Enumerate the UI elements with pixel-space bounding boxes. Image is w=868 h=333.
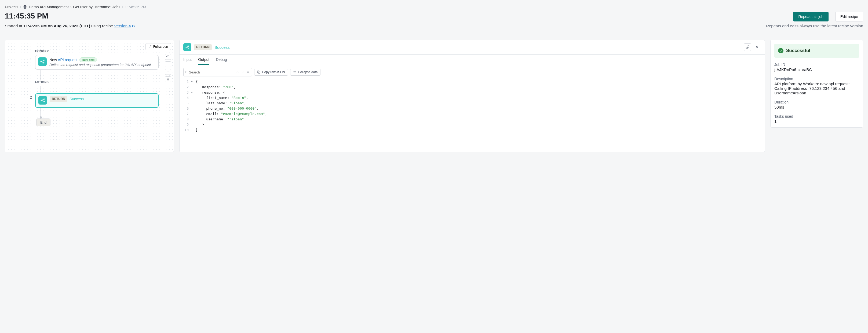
trigger-step-card[interactable]: New API request Real-time Define the req…: [35, 55, 159, 70]
chevron-right-icon: ›: [70, 5, 72, 9]
tab-debug[interactable]: Debug: [216, 55, 227, 65]
realtime-badge: Real-time: [80, 57, 97, 62]
breadcrumb: Projects › Demo API Management › Get use…: [5, 5, 863, 9]
actions-section-label: ACTIONS: [35, 80, 165, 84]
search-prev-button[interactable]: [236, 69, 240, 75]
api-icon: [38, 96, 47, 105]
divider: [832, 13, 832, 20]
description-label: Description: [774, 77, 859, 81]
breadcrumb-current: 11:45:35 PM: [125, 5, 146, 9]
svg-line-23: [187, 73, 188, 73]
step-number: 2: [29, 93, 32, 101]
chevron-right-icon: ›: [122, 5, 123, 9]
svg-line-13: [41, 99, 44, 100]
connector-line: [40, 70, 41, 80]
svg-point-7: [43, 63, 44, 63]
svg-point-11: [44, 99, 44, 99]
recipe-canvas: Fullscreen + − TRIGGER 1: [5, 40, 174, 152]
svg-point-22: [185, 71, 187, 73]
tab-output[interactable]: Output: [198, 55, 209, 65]
return-badge: RETURN: [50, 96, 67, 102]
svg-line-18: [187, 46, 188, 47]
step-number: 1: [29, 55, 32, 63]
step-detail-panel: RETURN Success Input Output: [179, 40, 765, 152]
api-icon: [183, 43, 191, 51]
return-badge: RETURN: [194, 44, 212, 50]
external-link-icon: [132, 24, 135, 28]
started-at-text: Started at 11:45:35 PM on Aug 26, 2023 (…: [5, 24, 135, 28]
edit-recipe-button[interactable]: Edit recipe: [835, 12, 863, 22]
chevron-right-icon: ›: [20, 5, 22, 9]
repeats-note: Repeats and edits always use the latest …: [766, 24, 863, 28]
svg-line-9: [41, 62, 43, 63]
job-summary-panel: Successful Job ID j-AJKRnPo6-cLeaBC Desc…: [770, 40, 863, 128]
step-description: Define the request and response paramete…: [50, 63, 151, 67]
recipe-version-link[interactable]: Version 4: [114, 24, 135, 28]
svg-line-19: [187, 47, 188, 48]
search-input-wrap: [183, 68, 252, 76]
duration-value: 50ms: [774, 105, 859, 109]
svg-rect-26: [258, 72, 260, 74]
description-value: API platform by Workato: new api request…: [774, 81, 859, 95]
copy-link-button[interactable]: [744, 43, 751, 51]
page-title: 11:45:35 PM: [5, 12, 48, 21]
connector-line: [40, 108, 41, 118]
job-id-value: j-AJKRnPo6-cLeaBC: [774, 67, 859, 72]
svg-line-8: [41, 61, 43, 62]
detail-status: Success: [214, 45, 230, 49]
search-clear-button[interactable]: [246, 69, 250, 75]
copy-json-button[interactable]: Copy raw JSON: [254, 69, 288, 76]
connector-dot: [40, 116, 42, 119]
search-icon: [185, 70, 188, 74]
detail-tabs: Input Output Debug: [180, 55, 765, 65]
svg-point-17: [188, 48, 189, 49]
end-node: End: [36, 119, 51, 126]
tab-input[interactable]: Input: [183, 55, 192, 65]
repeat-job-button[interactable]: Repeat this job: [793, 12, 828, 22]
search-next-button[interactable]: [241, 69, 245, 75]
success-icon: [778, 48, 783, 53]
svg-line-14: [41, 100, 44, 101]
tasks-label: Tasks used: [774, 114, 859, 119]
breadcrumb-folder[interactable]: Demo API Management: [29, 5, 69, 9]
svg-point-10: [41, 100, 41, 101]
breadcrumb-recipe[interactable]: Get user by username: Jobs: [73, 5, 121, 9]
collapse-icon: [293, 70, 296, 74]
json-output: 1▾{ 2 Response: "200", 3▾ response: { 4 …: [180, 79, 765, 135]
return-step-card[interactable]: RETURN Success: [35, 93, 159, 108]
step-status: Success: [69, 97, 84, 101]
svg-point-5: [40, 61, 41, 62]
svg-point-12: [44, 101, 44, 102]
svg-point-16: [188, 46, 189, 47]
collapse-data-button[interactable]: Collapse data: [290, 69, 320, 76]
copy-icon: [257, 70, 260, 74]
status-box: Successful: [774, 44, 859, 58]
svg-line-0: [133, 25, 135, 26]
tasks-value: 1: [774, 119, 859, 124]
svg-point-6: [43, 60, 44, 61]
api-request-link: API request: [58, 58, 77, 62]
breadcrumb-projects[interactable]: Projects: [5, 5, 19, 9]
duration-label: Duration: [774, 100, 859, 104]
trigger-section-label: TRIGGER: [35, 49, 165, 53]
search-input[interactable]: [189, 70, 235, 74]
svg-point-15: [186, 47, 187, 48]
close-panel-button[interactable]: [753, 43, 761, 51]
api-icon: [38, 57, 47, 66]
status-text: Successful: [786, 48, 810, 53]
job-id-label: Job ID: [774, 63, 859, 67]
folder-icon: [23, 5, 27, 9]
connector-line: [40, 86, 41, 93]
